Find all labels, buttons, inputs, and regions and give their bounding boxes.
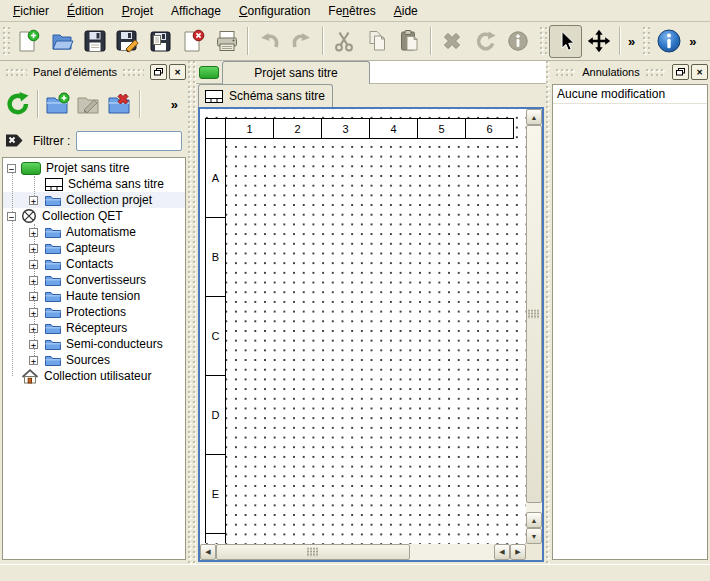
move-mode-button[interactable] (582, 25, 615, 58)
row-header-column: A B C D E (205, 138, 226, 543)
new-category-button[interactable] (42, 88, 73, 120)
menu-affichage[interactable]: Affichage (162, 1, 230, 21)
scroll-down-button[interactable]: ▼ (526, 528, 542, 544)
select-mode-button[interactable] (549, 25, 582, 58)
float-panel-button[interactable] (672, 64, 689, 80)
project-tab-icon-box (196, 61, 222, 83)
undo-button[interactable] (252, 25, 285, 58)
tree-item-collection-projet[interactable]: + Collection projet (3, 192, 185, 208)
vertical-scroll-thumb[interactable] (526, 125, 542, 503)
elements-panel-titlebar[interactable]: Panel d'éléments ✕ (2, 64, 186, 80)
tree-item-schema-sans-titre[interactable]: Schéma sans titre (3, 176, 185, 192)
scroll-left-button[interactable]: ◀ (200, 544, 216, 560)
expand-expander-icon[interactable]: + (29, 196, 38, 205)
open-document-button[interactable] (45, 25, 78, 58)
toolbar-overflow-button[interactable]: » (685, 34, 700, 49)
expand-expander-icon[interactable]: + (29, 340, 38, 349)
tree-item-semi-conducteurs[interactable]: + Semi-conducteurs (3, 336, 185, 352)
expand-expander-icon[interactable]: + (29, 292, 38, 301)
undo-icon (257, 29, 281, 53)
reload-collections-button[interactable] (2, 88, 33, 120)
header-corner-cell (205, 118, 226, 139)
print-button[interactable] (210, 25, 243, 58)
expand-expander-icon[interactable]: + (29, 260, 38, 269)
copy-button[interactable] (360, 25, 393, 58)
tree-item-sources[interactable]: + Sources (3, 352, 185, 368)
menu-projet[interactable]: Projet (113, 1, 162, 21)
tab-projet-sans-titre[interactable]: Projet sans titre (222, 61, 370, 84)
scroll-up-button[interactable]: ▲ (526, 109, 542, 125)
vertical-scrollbar[interactable]: ▲ ▲ ▼ (526, 109, 542, 544)
toolbar-drag-handle[interactable] (540, 27, 547, 55)
redo-button[interactable] (285, 25, 318, 58)
delete-button[interactable] (435, 25, 468, 58)
menu-fenetres[interactable]: Fenêtres (319, 1, 384, 21)
filter-label: Filtrer : (33, 134, 70, 148)
scroll-left-button[interactable]: ◀ (494, 544, 510, 560)
edit-category-button[interactable] (73, 88, 104, 120)
save-all-button[interactable] (144, 25, 177, 58)
menu-configuration[interactable]: Configuration (230, 1, 319, 21)
expand-expander-icon[interactable]: + (29, 228, 38, 237)
clear-filter-icon[interactable] (4, 132, 26, 151)
down-arrow-icon: ▼ (531, 533, 538, 540)
annulations-panel: Annulations ✕ Aucune modification (550, 61, 710, 564)
rotate-button[interactable] (468, 25, 501, 58)
about-info-button[interactable] (652, 25, 685, 58)
cut-button[interactable] (327, 25, 360, 58)
toolbar-overflow-button[interactable]: » (624, 34, 639, 49)
tree-item-recepteurs[interactable]: + Récepteurs (3, 320, 185, 336)
toolbar-drag-handle[interactable] (3, 27, 10, 55)
diagram-canvas[interactable]: 1 2 3 4 5 6 A B C D E (200, 109, 526, 544)
menu-edition[interactable]: Édition (58, 1, 113, 21)
elements-panel-title: Panel d'éléments (31, 66, 119, 78)
collapse-expander-icon[interactable]: − (7, 164, 16, 173)
horizontal-scrollbar[interactable]: ◀ ◀ ▶ (200, 544, 526, 560)
tree-item-haute-tension[interactable]: + Haute tension (3, 288, 185, 304)
tree-item-collection-utilisateur[interactable]: Collection utilisateur (3, 368, 185, 384)
tree-item-collection-qet[interactable]: − Collection QET (3, 208, 185, 224)
annulations-titlebar[interactable]: Annulations ✕ (552, 64, 708, 80)
tree-item-contacts[interactable]: + Contacts (3, 256, 185, 272)
tree-item-convertisseurs[interactable]: + Convertisseurs (3, 272, 185, 288)
reload-icon (5, 91, 31, 117)
panel-toolbar-overflow-button[interactable]: » (167, 97, 182, 112)
collapse-expander-icon[interactable]: − (7, 212, 16, 221)
menu-fichier[interactable]: Fichier (4, 1, 58, 21)
new-document-button[interactable] (12, 25, 45, 58)
undo-history-empty-item[interactable]: Aucune modification (553, 85, 707, 104)
undo-history-list[interactable]: Aucune modification (552, 84, 708, 560)
menu-aide[interactable]: Aide (385, 1, 427, 21)
tree-item-capteurs[interactable]: + Capteurs (3, 240, 185, 256)
save-as-icon (116, 29, 140, 53)
toolbar-drag-handle[interactable] (643, 27, 650, 55)
close-panel-button[interactable]: ✕ (169, 64, 186, 80)
expand-expander-icon[interactable]: + (29, 276, 38, 285)
tab-schema-sans-titre[interactable]: Schéma sans titre (198, 84, 333, 107)
column-header: 4 (369, 118, 418, 139)
tree-item-automatisme[interactable]: + Automatisme (3, 224, 185, 240)
left-splitter-handle[interactable] (188, 61, 196, 564)
paste-button[interactable] (393, 25, 426, 58)
close-document-button[interactable] (177, 25, 210, 58)
element-info-button[interactable] (501, 25, 534, 58)
tree-item-projet-sans-titre[interactable]: − Projet sans titre (3, 160, 185, 176)
filter-input[interactable] (76, 131, 182, 151)
scroll-right-button[interactable]: ▶ (510, 544, 526, 560)
toolbar-separator (430, 27, 431, 55)
save-button[interactable] (78, 25, 111, 58)
expand-expander-icon[interactable]: + (29, 308, 38, 317)
horizontal-scroll-thumb[interactable] (216, 544, 410, 560)
delete-category-button[interactable] (104, 88, 135, 120)
scroll-up-button[interactable]: ▲ (526, 512, 542, 528)
tree-item-protections[interactable]: + Protections (3, 304, 185, 320)
close-panel-button[interactable]: ✕ (691, 64, 708, 80)
paste-icon (398, 29, 422, 53)
open-folder-icon (50, 30, 74, 52)
expand-expander-icon[interactable]: + (29, 356, 38, 365)
diagram-viewport[interactable]: 1 2 3 4 5 6 A B C D E ▲ (198, 107, 544, 562)
float-panel-button[interactable] (150, 64, 167, 80)
expand-expander-icon[interactable]: + (29, 324, 38, 333)
save-as-button[interactable] (111, 25, 144, 58)
expand-expander-icon[interactable]: + (29, 244, 38, 253)
